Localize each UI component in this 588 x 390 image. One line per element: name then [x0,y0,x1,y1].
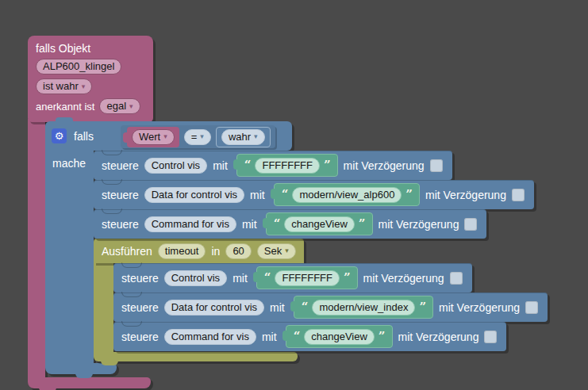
control-state-field[interactable]: Command for vis [144,216,236,232]
string-value-field[interactable]: changeView [284,216,355,232]
timeout-name-field[interactable]: timeout [158,243,206,259]
dropdown-arrow-icon: ▾ [163,133,167,140]
trigger-block-title: falls Objekt [36,42,145,55]
control-state-block[interactable]: steuere Command for vis mit “ changeView… [113,322,506,351]
control-verb-label: steuere [102,159,139,172]
string-value-field[interactable]: FFFFFFFF [255,158,320,174]
string-value-field[interactable]: modern/view_alp600 [292,187,402,203]
control-delay-label: mit Verzögerung [425,189,506,201]
control-delay-label: mit Verzögerung [439,301,520,314]
control-state-field[interactable]: Data for control vis [164,300,264,315]
string-value-field[interactable]: FFFFFFFF [275,270,340,286]
dropdown-arrow-icon: ▾ [200,133,204,140]
control-with-label: mit [213,159,228,172]
control-state-block[interactable]: steuere Data for control vis mit “ moder… [94,180,534,209]
dropdown-arrow-icon: ▾ [129,103,133,110]
compare-operator-dropdown[interactable]: = ▾ [184,129,211,145]
open-quote-icon: “ [244,159,252,171]
blockly-workspace[interactable]: falls Objekt ALP600_klingel ist wahr ▾ a… [0,0,588,390]
string-literal-block[interactable]: “ modern/view_index ” [294,296,433,319]
timeout-block-foot[interactable] [94,352,298,361]
trigger-block-foot[interactable] [28,377,151,388]
timeout-unit-dropdown[interactable]: Sek ▾ [257,243,296,259]
string-value-field[interactable]: changeView [304,329,375,345]
control-state-field[interactable]: Command for vis [164,329,256,345]
mutator-gear-icon[interactable]: ⚙ [52,128,67,143]
timeout-delay-field[interactable]: 60 [225,243,251,259]
open-quote-icon: “ [302,301,309,313]
control-with-label: mit [242,218,257,231]
string-literal-block[interactable]: “ modern/view_alp600 ” [274,183,420,206]
control-state-field[interactable]: Control vis [144,158,207,174]
control-verb-label: steuere [121,301,159,314]
control-with-label: mit [250,189,265,201]
string-literal-block[interactable]: “ changeView ” [286,325,393,348]
if-label: falls [74,130,94,143]
delay-checkbox[interactable] [430,159,443,172]
close-quote-icon: ” [379,331,386,342]
string-literal-block[interactable]: “ FFFFFFFF ” [236,154,338,177]
control-with-label: mit [262,331,277,343]
control-verb-label: steuere [121,272,159,285]
timeout-block-header[interactable]: Ausführen timeout in 60 Sek ▾ [94,239,304,263]
delay-checkbox[interactable] [525,301,538,314]
boolean-block[interactable]: wahr ▾ [216,127,271,147]
compare-block[interactable]: Wert ▾ = ▾ wahr ▾ [121,125,275,148]
close-quote-icon: ” [324,159,331,171]
control-delay-label: mit Verzögerung [344,159,425,172]
timeout-block-bottom-tab [101,361,118,365]
string-literal-block[interactable]: “ changeView ” [266,212,373,235]
trigger-condition-dropdown[interactable]: ist wahr ▾ [36,78,92,94]
close-quote-icon: ” [419,301,426,313]
dropdown-arrow-icon: ▾ [285,247,289,254]
timeout-in-label: in [211,245,220,258]
if-block-bottom-tab [75,373,93,378]
open-quote-icon: “ [264,272,271,284]
open-quote-icon: “ [282,189,289,201]
control-state-field[interactable]: Control vis [164,270,227,286]
trigger-ack-label: anerkannt ist [36,101,94,113]
control-verb-label: steuere [121,331,159,343]
control-state-block[interactable]: steuere Data for control vis mit “ moder… [113,292,548,322]
string-literal-block[interactable]: “ FFFFFFFF ” [256,266,358,289]
trigger-block-header[interactable]: falls Objekt ALP600_klingel ist wahr ▾ a… [28,36,153,122]
string-value-field[interactable]: modern/view_index [312,300,415,315]
close-quote-icon: ” [405,189,413,201]
control-verb-label: steuere [102,218,139,231]
delay-checkbox[interactable] [512,189,525,201]
timeout-label: Ausführen [102,245,152,258]
trigger-ack-dropdown[interactable]: egal ▾ [99,98,140,114]
control-with-label: mit [270,301,285,314]
compare-left-dropdown[interactable]: Wert ▾ [132,129,175,145]
control-delay-label: mit Verzögerung [398,331,479,343]
control-delay-label: mit Verzögerung [379,218,459,231]
control-delay-label: mit Verzögerung [363,272,444,285]
control-state-block[interactable]: steuere Control vis mit “ FFFFFFFF ” mit… [94,151,452,180]
value-block[interactable]: Wert ▾ [127,127,179,147]
trigger-object-value: ALP600_klingel [43,60,114,73]
do-label: mache [45,151,94,170]
trigger-object-field[interactable]: ALP600_klingel [36,59,121,75]
close-quote-icon: ” [344,272,351,284]
control-with-label: mit [233,272,248,285]
compare-right-dropdown[interactable]: wahr ▾ [221,129,265,145]
open-quote-icon: “ [294,331,301,342]
trigger-block-spine[interactable] [28,119,45,378]
control-state-block[interactable]: steuere Command for vis mit “ changeView… [94,209,486,239]
control-verb-label: steuere [102,189,139,201]
dropdown-arrow-icon: ▾ [82,83,86,90]
dropdown-arrow-icon: ▾ [254,133,258,140]
close-quote-icon: ” [359,218,366,230]
delay-checkbox[interactable] [464,218,477,231]
delay-checkbox[interactable] [484,331,497,343]
open-quote-icon: “ [274,218,281,230]
timeout-block-spine[interactable] [94,262,113,354]
control-state-field[interactable]: Data for control vis [144,187,244,203]
if-block-do-spine[interactable]: mache [45,151,94,363]
control-state-block[interactable]: steuere Control vis mit “ FFFFFFFF ” mit… [113,263,472,292]
delay-checkbox[interactable] [450,272,463,285]
